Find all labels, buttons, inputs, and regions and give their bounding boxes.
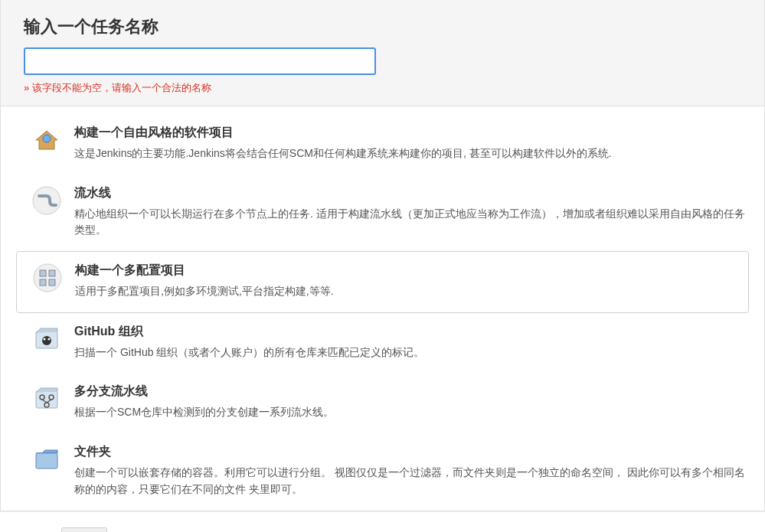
svg-rect-3 — [40, 270, 46, 276]
item-multibranch[interactable]: 多分支流水线 根据一个SCM仓库中检测到的分支创建一系列流水线。 — [1, 373, 764, 433]
multibranch-icon — [31, 383, 62, 414]
svg-point-10 — [48, 338, 51, 340]
page-title: 输入一个任务名称 — [24, 15, 741, 38]
ok-button[interactable]: 确定 — [61, 527, 107, 533]
item-desc: 根据一个SCM仓库中检测到的分支创建一系列流水线。 — [74, 404, 749, 421]
item-title: GitHub 组织 — [74, 324, 749, 340]
multiconfig-icon — [32, 263, 63, 293]
job-name-input[interactable] — [24, 47, 376, 75]
svg-rect-15 — [36, 453, 57, 468]
svg-point-8 — [42, 336, 51, 345]
item-pipeline[interactable]: 流水线 精心地组织一个可以长期运行在多个节点上的任务. 适用于构建流水线（更加正… — [1, 175, 764, 251]
svg-point-9 — [44, 338, 46, 340]
pipeline-icon — [31, 185, 62, 216]
svg-rect-5 — [40, 279, 46, 286]
folder-icon — [31, 444, 62, 475]
item-freestyle[interactable]: 构建一个自由风格的软件项目 这是Jenkins的主要功能.Jenkins将会结合… — [1, 114, 764, 175]
footer-section: 如果 确定 据一个已经存在的任务创建，可以使用这个选项 — [0, 511, 765, 533]
item-desc: 适用于多配置项目,例如多环境测试,平台指定构建,等等. — [75, 283, 742, 300]
item-desc: 精心地组织一个可以长期运行在多个节点上的任务. 适用于构建流水线（更加正式地应当… — [74, 206, 749, 239]
github-icon — [31, 324, 62, 354]
svg-rect-6 — [49, 279, 55, 286]
item-title: 构建一个自由风格的软件项目 — [74, 125, 749, 141]
header-section: 输入一个任务名称 » 该字段不能为空，请输入一个合法的名称 — [0, 0, 765, 106]
freestyle-icon — [31, 125, 62, 155]
item-desc: 扫描一个 GitHub 组织（或者个人账户）的所有仓库来匹配已定义的标记。 — [74, 344, 749, 361]
item-title: 多分支流水线 — [74, 383, 749, 400]
svg-point-1 — [33, 187, 60, 214]
svg-rect-4 — [49, 270, 55, 276]
item-title: 流水线 — [74, 185, 749, 201]
item-title: 文件夹 — [74, 444, 749, 460]
item-type-list: 构建一个自由风格的软件项目 这是Jenkins的主要功能.Jenkins将会结合… — [0, 106, 765, 511]
item-title: 构建一个多配置项目 — [75, 263, 742, 279]
svg-rect-11 — [36, 391, 57, 408]
item-desc: 这是Jenkins的主要功能.Jenkins将会结合任何SCM和任何构建系统来构… — [74, 145, 749, 162]
error-message: » 该字段不能为空，请输入一个合法的名称 — [24, 81, 741, 95]
svg-point-2 — [34, 264, 61, 292]
item-multiconfig[interactable]: 构建一个多配置项目 适用于多配置项目,例如多环境测试,平台指定构建,等等. — [16, 251, 749, 313]
svg-point-0 — [43, 135, 51, 142]
item-github-org[interactable]: GitHub 组织 扫描一个 GitHub 组织（或者个人账户）的所有仓库来匹配… — [1, 313, 764, 374]
item-desc: 创建一个可以嵌套存储的容器。利用它可以进行分组。 视图仅仅是一个过滤器，而文件夹… — [74, 465, 749, 498]
item-folder[interactable]: 文件夹 创建一个可以嵌套存储的容器。利用它可以进行分组。 视图仅仅是一个过滤器，… — [1, 433, 764, 510]
